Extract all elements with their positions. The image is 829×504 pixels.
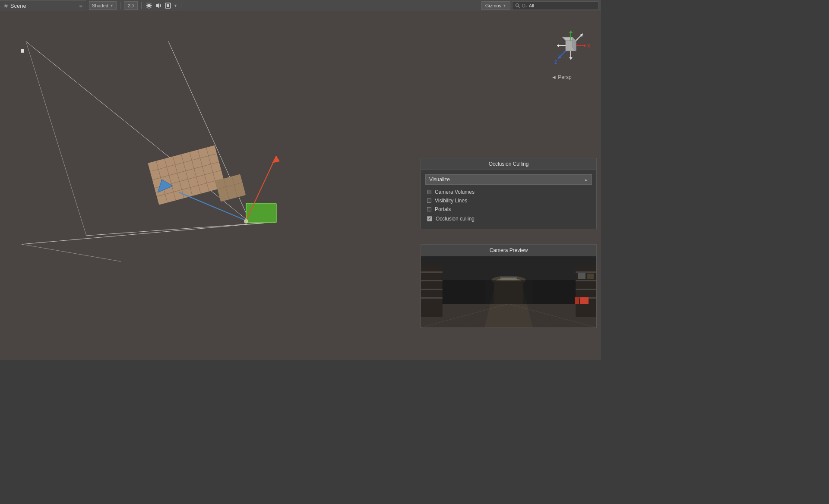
visibility-lines-label: Visibility Lines	[435, 198, 467, 204]
visualize-dropdown-arrow: ▲	[584, 177, 588, 182]
scene-toolbar: Shaded ▼ 2D	[86, 0, 601, 11]
svg-marker-52	[569, 31, 573, 33]
shading-mode-label: Shaded	[92, 3, 108, 8]
svg-rect-88	[494, 281, 523, 304]
svg-marker-9	[156, 3, 159, 8]
svg-rect-79	[576, 271, 596, 273]
shading-mode-dropdown[interactable]: Shaded ▼	[89, 1, 117, 10]
camera-preview-svg	[421, 256, 596, 328]
svg-rect-74	[421, 271, 443, 273]
occlusion-culling-label: Occlusion culling	[436, 216, 475, 222]
camera-volumes-checkbox[interactable]	[427, 190, 431, 194]
svg-line-5	[147, 3, 147, 3]
visibility-lines-row: Visibility Lines	[425, 198, 592, 204]
hash-icon: #	[4, 3, 8, 9]
visualize-label: Visualize	[429, 176, 450, 183]
gizmo-svg: X Z	[549, 24, 592, 67]
camera-preview-panel: Camera Preview	[421, 244, 597, 328]
svg-line-7	[151, 3, 151, 3]
svg-point-43	[244, 219, 248, 224]
toolbar-separator-1	[120, 2, 120, 9]
camera-preview-image	[421, 256, 596, 328]
camera-volumes-label: Camera Volumes	[435, 189, 475, 195]
occlusion-culling-row: Occlusion culling	[425, 216, 592, 222]
svg-rect-77	[421, 297, 443, 299]
gizmo-widget[interactable]: X Z ◄ Persp	[549, 24, 592, 76]
toolbar-separator-2	[141, 2, 142, 9]
svg-line-8	[147, 7, 147, 7]
camera-volumes-row: Camera Volumes	[425, 189, 592, 195]
portals-row: Portals	[425, 206, 592, 212]
svg-rect-85	[580, 297, 589, 304]
selected-object-rect	[246, 203, 276, 223]
portals-label: Portals	[435, 206, 451, 212]
shading-dropdown-arrow: ▼	[110, 3, 114, 8]
scene-viewport: X Z ◄ Persp Occlusion Culling	[0, 11, 601, 360]
svg-line-6	[151, 7, 151, 7]
occlusion-culling-panel: Occlusion Culling Visualize ▲ Camera Vol…	[421, 158, 597, 229]
occlusion-panel-body: Visualize ▲ Camera Volumes Visibility Li…	[421, 170, 596, 229]
visibility-lines-checkbox[interactable]	[427, 198, 431, 203]
search-icon	[515, 3, 520, 8]
svg-rect-86	[575, 297, 579, 304]
menu-dots-icon[interactable]: ≡	[79, 3, 82, 9]
scene-search-box[interactable]: Q-	[512, 1, 598, 10]
gizmos-arrow-icon: ▼	[503, 3, 506, 8]
svg-rect-75	[421, 280, 443, 281]
svg-marker-59	[557, 44, 559, 47]
svg-point-12	[516, 3, 519, 6]
search-prefix: Q-	[522, 3, 527, 8]
camera-preview-title: Camera Preview	[421, 245, 596, 256]
svg-marker-49	[584, 44, 586, 47]
svg-point-0	[147, 4, 151, 7]
svg-rect-84	[587, 274, 594, 279]
search-input[interactable]	[529, 3, 595, 8]
scene-title-tab: # Scene ≡	[0, 0, 86, 11]
render-dropdown-arrow[interactable]: ▼	[174, 3, 177, 8]
svg-rect-80	[576, 280, 596, 281]
svg-line-13	[518, 6, 519, 7]
audio-toggle-icon[interactable]	[155, 2, 162, 9]
svg-rect-76	[421, 289, 443, 290]
persp-label: ◄ Persp	[551, 74, 572, 80]
svg-text:X: X	[587, 44, 590, 48]
scene-title-text: Scene	[10, 3, 26, 9]
svg-rect-44	[21, 49, 24, 53]
render-effects-icon[interactable]	[164, 2, 172, 9]
svg-rect-83	[578, 273, 585, 279]
occlusion-panel-title: Occlusion Culling	[421, 158, 596, 170]
toolbar-separator-3	[181, 2, 181, 9]
2d-mode-button[interactable]: 2D	[124, 1, 138, 10]
visualize-dropdown[interactable]: Visualize ▲	[425, 174, 592, 185]
gizmos-dropdown-button[interactable]: Gizmos ▼	[481, 1, 510, 10]
lighting-toggle-icon[interactable]	[145, 2, 153, 9]
occlusion-culling-checkbox[interactable]	[427, 216, 432, 221]
svg-rect-11	[167, 4, 169, 7]
svg-rect-81	[576, 289, 596, 290]
svg-text:Z: Z	[554, 60, 557, 65]
svg-marker-57	[569, 57, 573, 60]
portals-checkbox[interactable]	[427, 207, 431, 211]
